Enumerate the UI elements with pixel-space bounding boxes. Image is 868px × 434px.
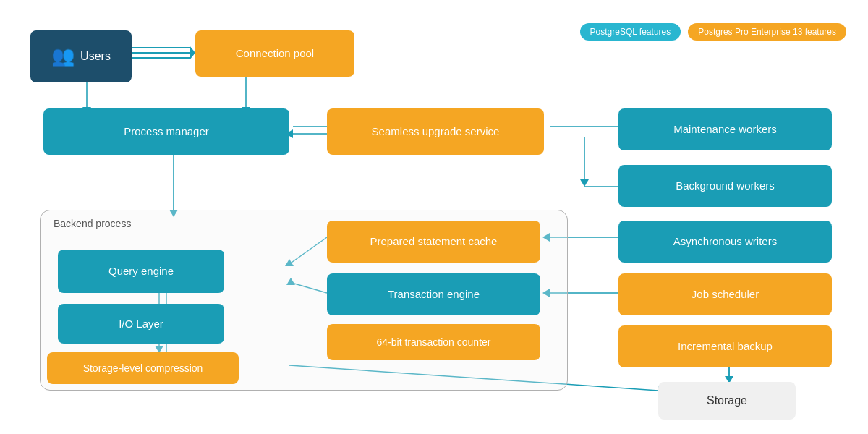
legend: PostgreSQL features Postgres Pro Enterpr…	[580, 23, 846, 41]
maintenance-workers-box: Maintenance workers	[618, 109, 832, 150]
prepared-statement-box: Prepared statement cache	[327, 221, 540, 263]
async-writers-box: Asynchronous writers	[618, 221, 832, 263]
process-manager-box: Process manager	[43, 109, 289, 155]
background-workers-box: Background workers	[618, 165, 832, 207]
storage-box: Storage	[658, 382, 796, 420]
transaction-engine-box: Transaction engine	[327, 273, 540, 315]
seamless-upgrade-box: Seamless upgrade service	[327, 109, 544, 155]
diagram: PostgreSQL features Postgres Pro Enterpr…	[0, 0, 868, 434]
query-engine-box: Query engine	[58, 250, 224, 293]
backend-label: Backend process	[54, 218, 131, 229]
transaction-counter-box: 64-bit transaction counter	[327, 324, 540, 360]
svg-marker-15	[580, 179, 589, 187]
connection-pool-box: Connection pool	[195, 30, 354, 77]
incremental-backup-box: Incremental backup	[618, 326, 832, 367]
users-box: 👥 Users	[30, 30, 132, 82]
storage-compression-box: Storage-level compression	[47, 352, 239, 384]
io-layer-box: I/O Layer	[58, 304, 224, 344]
legend-enterprise: Postgres Pro Enterprise 13 features	[688, 23, 846, 41]
job-scheduler-box: Job scheduler	[618, 273, 832, 315]
svg-marker-3	[190, 46, 195, 60]
legend-postgresql: PostgreSQL features	[580, 23, 681, 41]
